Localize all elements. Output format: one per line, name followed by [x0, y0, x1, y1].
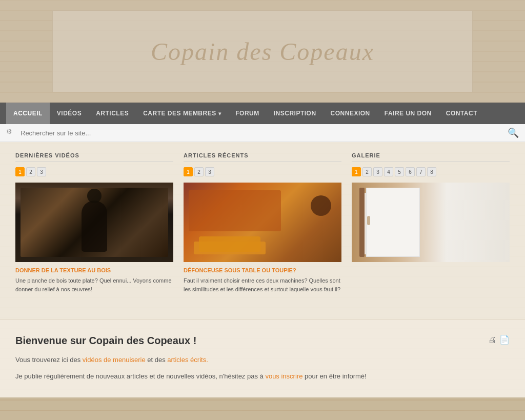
column-videos-title: DERNIÈRES VIDÉOS	[15, 152, 173, 162]
galerie-page-4[interactable]: 4	[384, 167, 393, 176]
column-galerie: GALERIE 1 2 3 4 5 6 7 8	[352, 152, 510, 293]
inscrire-link[interactable]: vous inscrire	[265, 372, 302, 380]
articles-page-1[interactable]: 1	[184, 167, 193, 176]
nav-item-accueil[interactable]: ACCUEIL	[6, 103, 50, 124]
galerie-page-7[interactable]: 7	[416, 167, 426, 176]
articles-ecrits-link[interactable]: articles écrits.	[167, 356, 208, 364]
navbar: ACCUEIL VIDÉOS ARTICLES CARTE DES MEMBRE…	[0, 103, 525, 124]
welcome-title: Bienvenue sur Copain des Copeaux !	[15, 335, 196, 347]
galerie-page-2[interactable]: 2	[362, 167, 372, 176]
articles-page-2[interactable]: 2	[194, 167, 204, 176]
search-submit-button[interactable]: 🔍	[508, 127, 519, 138]
document-icon[interactable]: 📄	[499, 335, 510, 345]
video-article-title[interactable]: DONNER DE LA TEXTURE AU BOIS	[15, 267, 173, 273]
videos-page-1[interactable]: 1	[15, 167, 25, 176]
galerie-pagination: 1 2 3 4 5 6 7 8	[352, 167, 510, 176]
nav-item-connexion[interactable]: CONNEXION	[324, 103, 377, 124]
videos-menuiserie-link[interactable]: vidéos de menuiserie	[83, 356, 146, 364]
site-logo: Copain des Copeaux	[151, 37, 374, 66]
header-area: Copain des Copeaux	[0, 0, 525, 103]
print-icons: 🖨 📄	[488, 335, 510, 345]
search-bar: ⚙ 🔍	[0, 124, 525, 142]
column-articles-title: ARTICLES RÉCENTS	[184, 152, 341, 162]
articles-page-3[interactable]: 3	[205, 167, 214, 176]
article-desc: Faut il vraiment choisir entre ces deux …	[184, 276, 341, 293]
search-input[interactable]	[21, 129, 503, 137]
videos-page-2[interactable]: 2	[26, 167, 35, 176]
logo-container: Copain des Copeaux	[52, 10, 473, 92]
video-thumbnail[interactable]	[15, 183, 173, 262]
galerie-page-8[interactable]: 8	[427, 167, 436, 176]
article-thumbnail[interactable]	[184, 183, 341, 262]
article-title[interactable]: DÉFONCEUSE SOUS TABLE OU TOUPIE?	[184, 267, 341, 273]
print-icon[interactable]: 🖨	[488, 335, 496, 345]
articles-pagination: 1 2 3	[184, 167, 341, 176]
nav-item-carte-membres[interactable]: CARTE DES MEMBRES ▾	[136, 103, 228, 124]
galerie-page-3[interactable]: 3	[373, 167, 382, 176]
nav-item-articles[interactable]: ARTICLES	[89, 103, 136, 124]
columns-row: DERNIÈRES VIDÉOS 1 2 3 DONNER DE LA TEXT…	[15, 152, 510, 293]
videos-pagination: 1 2 3	[15, 167, 173, 176]
welcome-header: Bienvenue sur Copain des Copeaux ! 🖨 📄	[15, 335, 510, 347]
galerie-page-6[interactable]: 6	[406, 167, 415, 176]
gear-icon: ⚙	[6, 128, 16, 138]
videos-page-3[interactable]: 3	[37, 167, 46, 176]
nav-item-faire-un-don[interactable]: FAIRE UN DON	[377, 103, 439, 124]
galerie-page-1[interactable]: 1	[352, 167, 361, 176]
carte-membres-dropdown-arrow: ▾	[218, 111, 221, 116]
welcome-text-1: Vous trouverez ici des vidéos de menuise…	[15, 354, 510, 366]
column-articles: ARTICLES RÉCENTS 1 2 3 DÉFONCEUSE SOUS T…	[184, 152, 341, 293]
nav-item-forum[interactable]: FORUM	[228, 103, 267, 124]
nav-item-videos[interactable]: VIDÉOS	[50, 103, 89, 124]
column-videos: DERNIÈRES VIDÉOS 1 2 3 DONNER DE LA TEXT…	[15, 152, 173, 293]
galerie-thumbnail[interactable]	[352, 183, 510, 262]
nav-item-inscription[interactable]: INSCRIPTION	[267, 103, 324, 124]
main-content: DERNIÈRES VIDÉOS 1 2 3 DONNER DE LA TEXT…	[0, 142, 525, 319]
video-article-desc: Une planche de bois toute plate? Quel en…	[15, 276, 173, 293]
video-thumb-image	[15, 183, 173, 262]
column-galerie-title: GALERIE	[352, 152, 510, 162]
nav-item-contact[interactable]: CONTACT	[439, 103, 484, 124]
galerie-page-5[interactable]: 5	[395, 167, 404, 176]
welcome-text-2: Je publie régulièrement de nouveaux arti…	[15, 371, 510, 382]
welcome-section: Bienvenue sur Copain des Copeaux ! 🖨 📄 V…	[0, 319, 525, 397]
